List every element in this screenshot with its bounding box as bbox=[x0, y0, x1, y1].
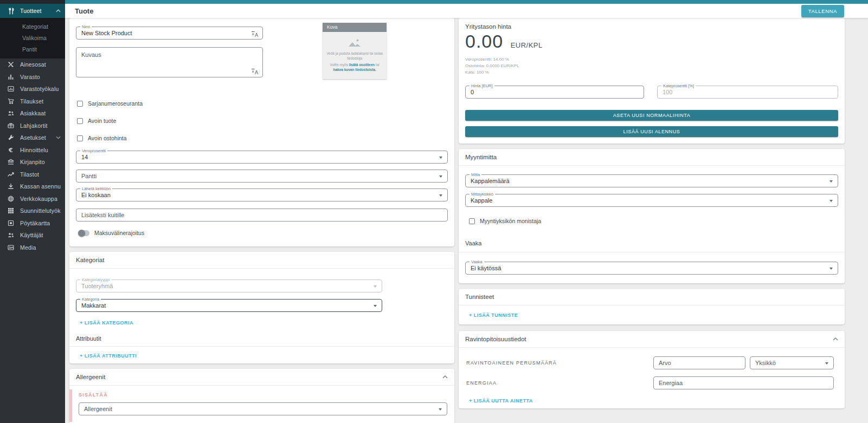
sidebar: Tuotteet Kategoriat Valikoima Pantit Ain… bbox=[0, 0, 65, 423]
people-icon bbox=[7, 110, 15, 116]
chevron-down-icon bbox=[830, 200, 833, 202]
chevron-up-icon[interactable] bbox=[833, 337, 838, 341]
open-purchase-price-checkbox[interactable]: Avoin ostohinta bbox=[76, 135, 448, 141]
deposit-select[interactable]: Pantti bbox=[76, 170, 448, 183]
sidebar-item-tilastot[interactable]: Tilastot bbox=[0, 168, 65, 181]
chevron-down-icon bbox=[56, 136, 61, 139]
sidebar-item-ainesosat[interactable]: Ainesosat bbox=[0, 58, 65, 71]
pricing-card: Yritystason hinta 0.00 EUR/KPL Veroprose… bbox=[459, 18, 845, 144]
set-normal-price-button[interactable]: ASETA UUSI NORMAALIHINTA bbox=[465, 110, 838, 121]
chevron-up-icon bbox=[56, 9, 61, 12]
vat-percent-select[interactable]: Veroprosentti 14 bbox=[76, 151, 448, 164]
utensils-icon bbox=[7, 8, 15, 15]
measure-select[interactable]: Mitta Kappalemäärä bbox=[465, 174, 838, 187]
sidebar-item-tuotteet[interactable]: Tuotteet bbox=[0, 4, 65, 18]
field-label: Veroprosentti bbox=[80, 148, 107, 153]
image-card-title: Kuva bbox=[323, 23, 387, 32]
sidebar-subitem-kategoriat[interactable]: Kategoriat bbox=[0, 21, 65, 32]
media-icon bbox=[7, 244, 15, 251]
sidebar-item-suunnittelutyokalu[interactable]: Suunnittelutyökalu bbox=[0, 205, 65, 217]
sidebar-item-poytakartta[interactable]: Pöytäkartta bbox=[0, 217, 65, 230]
image-upload-card[interactable]: Kuva Vedä ja pudota ladataksesi tai sela… bbox=[323, 23, 387, 79]
open-product-checkbox[interactable]: Avoin tuote bbox=[76, 118, 448, 124]
sidebar-item-kirjanpito[interactable]: Kirjanpito bbox=[0, 156, 65, 168]
sidebar-item-tilaukset[interactable]: Tilaukset bbox=[0, 95, 65, 108]
sales-unit-multiplier-checkbox[interactable]: Myyntiyksikön monistaja bbox=[468, 218, 838, 224]
allergens-title: Allergeenit bbox=[76, 374, 105, 380]
chevron-up-icon[interactable] bbox=[442, 375, 448, 379]
add-discount-button[interactable]: LISÄÄ UUSI ALENNUS bbox=[465, 126, 838, 137]
price-input[interactable] bbox=[466, 86, 644, 98]
nutrient-value-input[interactable] bbox=[654, 357, 745, 369]
sidebar-item-label: Ainesosat bbox=[20, 61, 46, 68]
sidebar-item-label: Media bbox=[20, 244, 36, 251]
globe-icon bbox=[7, 196, 15, 202]
nutrient-value-field[interactable] bbox=[653, 356, 745, 369]
chevron-down-icon bbox=[439, 408, 442, 411]
field-placeholder: Yksikkö bbox=[750, 357, 833, 369]
energy-label: ENERGIAA bbox=[465, 380, 653, 386]
checkbox-icon bbox=[77, 101, 83, 107]
svg-text:x: x bbox=[252, 69, 254, 74]
description-textarea[interactable] bbox=[76, 48, 262, 77]
receipt-extra-text-input[interactable] bbox=[76, 209, 447, 221]
nutrition-title: Ravintopitoisuustiedot bbox=[465, 336, 526, 342]
energy-input[interactable] bbox=[654, 377, 833, 389]
field-value: Tuoteryhmä bbox=[76, 280, 382, 292]
sidebar-item-varastotyokalu[interactable]: Varastotyökalu bbox=[0, 83, 65, 95]
serial-tracking-checkbox[interactable]: Sarjanumeroseuranta bbox=[76, 100, 448, 107]
receipt-extra-text-field[interactable] bbox=[76, 209, 448, 222]
sidebar-subitem-pantit[interactable]: Pantit bbox=[0, 44, 65, 55]
add-tag-link[interactable]: + LISÄÄ TUNNISTE bbox=[469, 313, 518, 318]
gift-card-icon bbox=[7, 122, 15, 129]
sidebar-subitem-valikoima[interactable]: Valikoima bbox=[0, 32, 65, 44]
browse-image-files-link[interactable]: hakea kuvan tiedostoista. bbox=[333, 68, 376, 71]
translate-icon[interactable]: xA bbox=[251, 30, 259, 40]
margin-percent-input[interactable] bbox=[658, 86, 838, 98]
sidebar-item-label: Pöytäkartta bbox=[20, 220, 50, 226]
name-input[interactable] bbox=[76, 27, 262, 39]
chevron-down-icon bbox=[439, 175, 442, 178]
category-select[interactable]: Kategoria Makkarat bbox=[76, 299, 382, 312]
add-attribute-link[interactable]: + LISÄÄ ATTRIBUUTTI bbox=[80, 353, 137, 359]
sidebar-item-label: Suunnittelutyökalu bbox=[20, 207, 61, 214]
sidebar-item-kayttajat[interactable]: Käyttäjät bbox=[0, 229, 65, 242]
sidebar-item-asiakkaat[interactable]: Asiakkaat bbox=[0, 107, 65, 120]
save-button[interactable]: TALLENNA bbox=[801, 5, 844, 17]
name-field[interactable]: Nimi xA bbox=[76, 27, 263, 40]
base-amount-label: RAVINTOAINEEN PERUSMÄÄRÄ bbox=[465, 360, 653, 366]
translate-icon[interactable]: xA bbox=[251, 67, 259, 77]
categories-card-header: Kategoriat bbox=[69, 252, 454, 269]
sidebar-item-kassan-asennus[interactable]: Kassan asennus bbox=[0, 180, 65, 193]
bar-chart-icon bbox=[7, 74, 15, 80]
sidebar-item-varasto[interactable]: Varasto bbox=[0, 71, 65, 83]
sidebar-item-verkkokauppa[interactable]: Verkkokauppa bbox=[0, 193, 65, 205]
chevron-down-icon bbox=[830, 268, 833, 270]
field-label: Vaaka bbox=[470, 259, 484, 264]
sidebar-item-lahjakortit[interactable]: Lahjakortit bbox=[0, 120, 65, 132]
add-category-link[interactable]: + LISÄÄ KATEGORIA bbox=[80, 320, 133, 326]
sidebar-item-media[interactable]: Media bbox=[0, 242, 65, 254]
nutrient-unit-select[interactable]: Yksikkö bbox=[750, 356, 834, 369]
margin-percent-field[interactable]: Kateprosentti [%] bbox=[657, 86, 838, 99]
hint-prefix: Voitte myös bbox=[330, 63, 348, 67]
add-image-url-link[interactable]: lisätä osoitteen bbox=[349, 63, 375, 67]
sidebar-item-asetukset[interactable]: Asetukset bbox=[0, 132, 65, 144]
price-input-field[interactable]: Hinta [EUR] bbox=[465, 86, 644, 99]
measure-unit-select[interactable]: Mittayksikkö Kappale bbox=[465, 194, 838, 207]
payment-restriction-toggle[interactable]: Maksuvälinerajoitus bbox=[76, 230, 448, 236]
field-value: Ei koskaan bbox=[76, 189, 447, 201]
scale-title: Vaaka bbox=[465, 240, 838, 246]
category-type-select[interactable]: Kategoriatyyppi Tuoteryhmä bbox=[76, 279, 382, 292]
energy-field[interactable] bbox=[653, 376, 834, 389]
description-field[interactable]: xA bbox=[76, 47, 263, 77]
image-dropzone[interactable]: Vedä ja pudota ladataksesi tai selaa tie… bbox=[323, 32, 387, 79]
scale-select[interactable]: Vaaka Ei käytössä bbox=[465, 262, 838, 275]
main-content: Nimi xA xA Sarjanumeroseuranta bbox=[65, 18, 868, 423]
sidebar-item-hinnoittelu[interactable]: € Hinnoittelu bbox=[0, 144, 65, 157]
allergens-select[interactable]: Allergeenit bbox=[79, 402, 447, 415]
margin-line: Kate: 100 % bbox=[465, 69, 838, 76]
send-to-kitchen-select[interactable]: Lähetä keittiöön Ei koskaan bbox=[76, 188, 448, 201]
grid-icon bbox=[7, 207, 15, 214]
add-nutrient-link[interactable]: + LISÄÄ UUTTA AINETTA bbox=[469, 398, 533, 404]
